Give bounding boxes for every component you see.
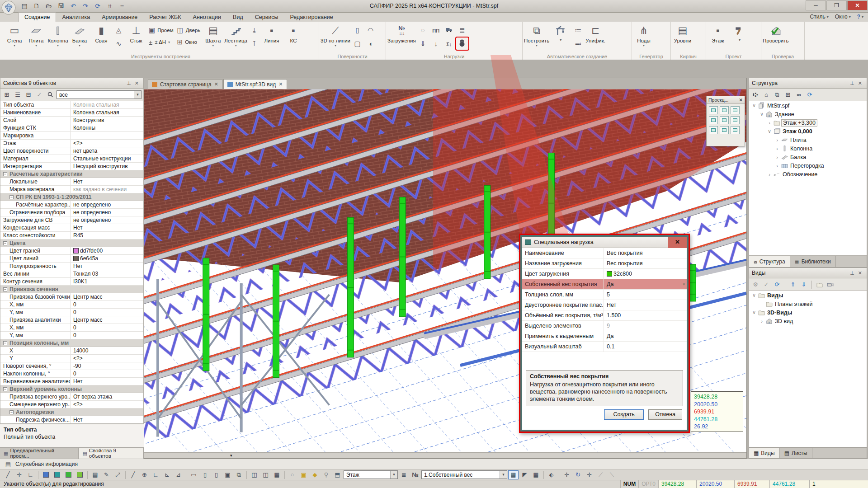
new-file-icon[interactable]: 🗋 bbox=[32, 1, 41, 10]
refresh-icon[interactable]: ⟳ bbox=[773, 280, 782, 289]
property-row[interactable]: Двустороннее покрытие плас...Нет bbox=[522, 300, 687, 310]
move-up-icon[interactable]: ⇑ bbox=[788, 280, 797, 289]
minimize-button[interactable]: ─ bbox=[806, 0, 826, 10]
property-row[interactable]: Толщина слоя, мм5 bbox=[522, 290, 687, 300]
sync-icon[interactable]: ⟳ bbox=[93, 1, 102, 10]
tree-item[interactable]: ›3D вид bbox=[749, 317, 867, 325]
tool-icon[interactable]: ⊿ bbox=[173, 470, 184, 479]
tab-views[interactable]: ▦Виды bbox=[749, 448, 780, 458]
tab-structure[interactable]: ⧇Структура bbox=[749, 256, 790, 267]
tree-item[interactable]: ∨MtStr.spf bbox=[749, 101, 867, 110]
joint-button[interactable]: ⊥Стык bbox=[126, 23, 146, 52]
tree-item[interactable]: ›Плита bbox=[749, 136, 867, 144]
property-group-row[interactable]: −Цвета bbox=[0, 239, 143, 247]
tree-item[interactable]: ∨3D-Виды bbox=[749, 308, 867, 317]
expander-icon[interactable]: ∨ bbox=[751, 103, 757, 108]
close-button[interactable]: ✕ bbox=[847, 0, 868, 10]
collapse-icon[interactable]: − bbox=[3, 287, 7, 291]
qat-customize-icon[interactable]: ═ bbox=[118, 1, 127, 10]
property-row[interactable]: МатериалСтальные конструкции bbox=[0, 155, 143, 163]
expander-icon[interactable]: ∨ bbox=[759, 111, 765, 117]
tool-icon[interactable]: ⟋ bbox=[595, 470, 606, 479]
projection-widget-titlebar[interactable]: Проекц... ✕ bbox=[707, 96, 745, 104]
tree-item[interactable]: ∨Здание bbox=[749, 110, 867, 118]
collapse-icon[interactable]: − bbox=[3, 341, 7, 345]
tool-icon[interactable]: ⟍ bbox=[607, 470, 617, 479]
projection-iso-1-button[interactable] bbox=[709, 126, 718, 134]
dome-button[interactable]: ◠ bbox=[364, 24, 377, 36]
property-row[interactable]: X14000 bbox=[0, 347, 143, 355]
tree-item[interactable]: ∨Виды bbox=[749, 291, 867, 300]
collapse-icon[interactable]: − bbox=[3, 172, 7, 176]
property-row[interactable]: Смещение верхнего ур...<?> bbox=[0, 401, 143, 408]
move-down-icon[interactable]: ⇓ bbox=[799, 280, 808, 289]
tab-view[interactable]: Вид bbox=[227, 13, 249, 22]
expander-icon[interactable]: › bbox=[766, 120, 773, 126]
expander-icon[interactable]: ∨ bbox=[751, 292, 757, 298]
property-group-row[interactable]: −Автоподрезки bbox=[0, 408, 143, 416]
property-row[interactable]: Подрезка физическ...Нет bbox=[0, 416, 143, 424]
list-check-button[interactable]: ≕ bbox=[572, 38, 584, 50]
tab-sheets[interactable]: ▤Листы bbox=[780, 448, 812, 458]
spring-button[interactable]: ∿ bbox=[113, 38, 125, 50]
tab-create[interactable]: Создание bbox=[18, 12, 56, 22]
down-arrow-button[interactable]: ↓ bbox=[430, 38, 442, 50]
color-tool-icon[interactable] bbox=[63, 470, 74, 479]
tool-icon[interactable]: ⬖ bbox=[546, 470, 557, 479]
expander-icon[interactable]: › bbox=[774, 146, 780, 151]
property-row[interactable]: Y<?> bbox=[0, 355, 143, 362]
property-group-row[interactable]: −Привязка сечения bbox=[0, 286, 143, 293]
window-button[interactable]: ⊞Окно bbox=[176, 37, 202, 47]
property-row[interactable]: Привязка базовой точкиЦентр масс bbox=[0, 293, 143, 301]
tab-preview[interactable]: ▦Предварительный просм... bbox=[0, 448, 79, 459]
sum-button[interactable]: Σ↓ bbox=[443, 38, 455, 50]
categorize-icon[interactable]: ⊞ bbox=[2, 90, 11, 99]
tool-icon[interactable]: ◤ bbox=[519, 470, 530, 479]
property-row[interactable]: ЛокальныеНет bbox=[0, 178, 143, 186]
tool-icon[interactable]: ⤢ bbox=[113, 470, 123, 479]
column-button[interactable]: Колонна▾ bbox=[47, 23, 68, 52]
collapse-icon[interactable]: − bbox=[3, 241, 7, 245]
tool-icon[interactable]: ↻ bbox=[573, 470, 583, 479]
extrude-button[interactable]: ▯ bbox=[351, 24, 363, 36]
property-row[interactable]: Класс огнестойкостиR45 bbox=[0, 232, 143, 239]
projection-top-button[interactable] bbox=[720, 116, 729, 124]
line-button[interactable]: ▪Линия bbox=[261, 23, 282, 52]
face-button[interactable]: ▢ bbox=[351, 38, 363, 50]
property-row[interactable]: Визуальный масштаб0.1 bbox=[522, 342, 687, 352]
tab-3d-view[interactable]: MtStr.spf:3D вид✕ bbox=[223, 79, 287, 89]
apply-view-icon[interactable]: ✓ bbox=[762, 280, 771, 289]
redo-icon[interactable]: ↷ bbox=[81, 1, 90, 10]
property-row[interactable]: Выравнивание аналитичес...Нет bbox=[0, 378, 143, 385]
dialog-titlebar[interactable]: Специальная нагрузка ✕ bbox=[522, 237, 687, 248]
property-group-row[interactable]: −СП РК EN 1993-1-1:2005/2011 bbox=[0, 193, 143, 201]
dialog-close-button[interactable]: ✕ bbox=[668, 237, 687, 248]
property-row[interactable]: Привязка верхнего уро...От верха этажа bbox=[0, 393, 143, 401]
property-row[interactable]: НаименованиеВес покрытия bbox=[522, 248, 687, 258]
tool-icon[interactable]: ⬒ bbox=[332, 470, 343, 479]
ks-button[interactable]: ▪КС bbox=[283, 23, 304, 52]
property-row[interactable]: Поворот сечения, °-90 bbox=[0, 362, 143, 370]
tool-icon[interactable]: ▭ bbox=[189, 470, 199, 479]
tree-item[interactable]: ›Обозначение bbox=[749, 170, 867, 178]
beam-button[interactable]: Балка▾ bbox=[69, 23, 90, 52]
tool-icon[interactable]: ▯ bbox=[200, 470, 210, 479]
property-row[interactable]: Цвет гранейdd7fde00 bbox=[0, 247, 143, 255]
new-folder-icon[interactable] bbox=[815, 280, 824, 289]
expander-icon[interactable]: › bbox=[774, 155, 780, 160]
properties-icon[interactable]: ▤ bbox=[20, 1, 29, 10]
wall-button[interactable]: ▭Стена▾ bbox=[4, 23, 25, 52]
pin-icon[interactable]: ⊥ bbox=[125, 78, 133, 88]
tool-icon[interactable]: № bbox=[410, 470, 420, 479]
property-row[interactable]: Конденсация массНет bbox=[0, 224, 143, 232]
property-row[interactable]: Цвет поверхностинет цвета bbox=[0, 147, 143, 155]
floor-filter-combo[interactable]: Этаж▾ bbox=[344, 470, 398, 479]
tab-analytics[interactable]: Аналитика bbox=[56, 13, 96, 22]
save-icon[interactable]: 🖫 bbox=[57, 1, 66, 10]
by-line-button[interactable]: ⟋3D по линии▾ bbox=[321, 23, 350, 52]
tool-icon[interactable]: ▣ bbox=[298, 470, 309, 479]
new-camera-icon[interactable] bbox=[826, 280, 835, 289]
property-row[interactable]: НаименованиеКолонна стальная bbox=[0, 109, 143, 117]
app-logo-icon[interactable] bbox=[1, 0, 16, 15]
close-panel-icon[interactable]: ✕ bbox=[856, 78, 864, 88]
